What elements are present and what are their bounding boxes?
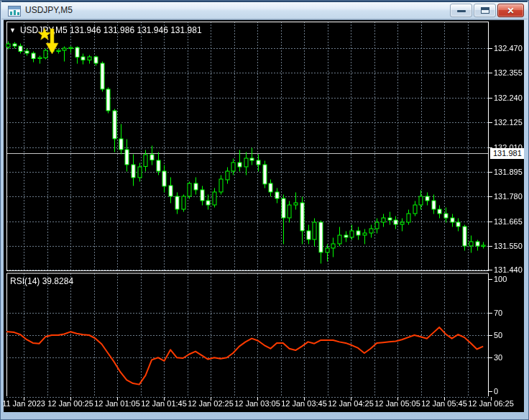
- current-price-tag: 131.981: [490, 148, 524, 159]
- time-axis[interactable]: 11 Jan 202312 Jan 00:2512 Jan 01:0512 Ja…: [4, 398, 524, 410]
- close-button[interactable]: ✕: [497, 4, 524, 17]
- window-titlebar[interactable]: USDJPY,M5 ✕: [1, 1, 528, 19]
- restore-button[interactable]: [474, 4, 496, 17]
- symbol-dropdown-icon[interactable]: ▼: [9, 27, 16, 34]
- star-icon: [38, 28, 50, 40]
- rsi-axis-label: 70: [494, 308, 502, 318]
- rsi-axis-label: 30: [494, 352, 502, 362]
- minimize-icon: [457, 10, 466, 12]
- price-axis-label: 131.780: [494, 191, 523, 201]
- sell-arrow-annotation[interactable]: [38, 27, 61, 58]
- time-axis-label: 12 Jan 05:45: [421, 399, 467, 408]
- price-axis-label: 132.125: [494, 117, 523, 127]
- price-axis-label: 131.895: [494, 167, 523, 177]
- time-axis-label: 12 Jan 04:25: [328, 399, 374, 408]
- restore-icon: [481, 7, 489, 14]
- time-axis-label: 12 Jan 02:25: [188, 399, 234, 408]
- time-axis-label: 12 Jan 03:45: [281, 399, 327, 408]
- time-axis-label: 12 Jan 00:25: [47, 399, 93, 408]
- time-axis-label: 11 Jan 2023: [2, 399, 45, 408]
- time-axis-label: 12 Jan 06:25: [468, 399, 514, 408]
- window-title: USDJPY,M5: [25, 5, 73, 15]
- chart-window-icon[interactable]: [8, 6, 21, 17]
- rsi-axis-label: 100: [494, 274, 507, 284]
- close-icon: ✕: [498, 5, 523, 17]
- price-axis-label: 132.240: [494, 93, 523, 103]
- price-axis-label: 131.440: [494, 265, 523, 275]
- price-axis-label: 131.665: [494, 216, 523, 227]
- chart-canvas[interactable]: [4, 20, 524, 412]
- window-controls: ✕: [450, 4, 524, 17]
- price-axis-label: 132.355: [494, 68, 523, 78]
- time-axis-label: 12 Jan 01:05: [94, 399, 140, 408]
- time-axis-label: 12 Jan 05:05: [374, 399, 420, 408]
- chart-surface: ▼USDJPY,M5 131.946 131.986 131.946 131.9…: [4, 19, 524, 411]
- minimize-button[interactable]: [450, 4, 472, 17]
- rsi-indicator-label: RSI(14) 39.8284: [10, 276, 73, 286]
- time-axis-label: 12 Jan 03:05: [234, 399, 280, 408]
- rsi-axis-label: 0: [494, 386, 498, 396]
- price-axis-label: 132.470: [494, 43, 523, 53]
- mt4-chart-window: USDJPY,M5 ✕ ▼USDJPY,M5 131.946 131.986 1…: [0, 0, 529, 420]
- time-axis-label: 12 Jan 01:45: [141, 399, 187, 408]
- rsi-axis-label: 50: [494, 330, 502, 340]
- price-axis-label: 131.550: [494, 241, 523, 251]
